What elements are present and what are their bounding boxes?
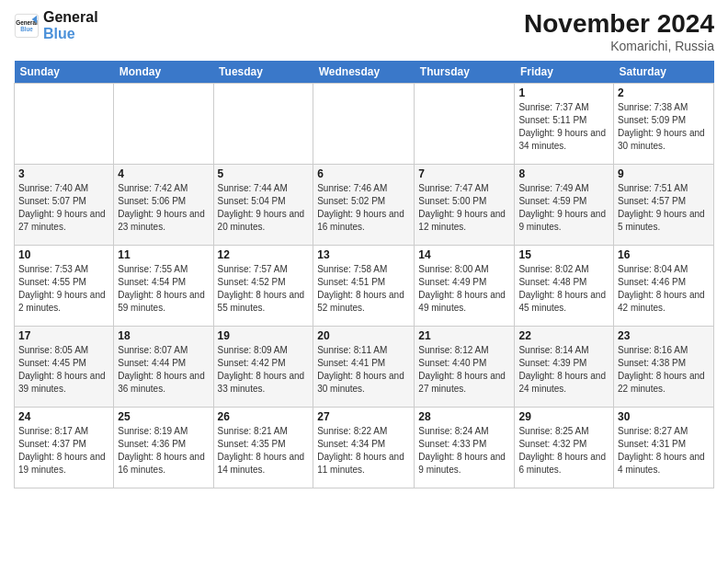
day-info: Sunrise: 7:44 AM Sunset: 5:04 PM Dayligh… xyxy=(218,182,310,234)
logo-icon: General Blue xyxy=(14,13,40,39)
calendar-cell: 24Sunrise: 8:17 AM Sunset: 4:37 PM Dayli… xyxy=(15,408,114,488)
day-number: 10 xyxy=(18,248,109,261)
day-number: 18 xyxy=(118,329,209,342)
title-block: November 2024 Komarichi, Russia xyxy=(524,9,714,53)
day-info: Sunrise: 8:24 AM Sunset: 4:33 PM Dayligh… xyxy=(418,425,510,477)
weekday-header-saturday: Saturday xyxy=(614,61,714,84)
day-number: 14 xyxy=(418,248,510,261)
calendar-cell: 3Sunrise: 7:40 AM Sunset: 5:07 PM Daylig… xyxy=(15,165,114,246)
calendar-cell: 5Sunrise: 7:44 AM Sunset: 5:04 PM Daylig… xyxy=(213,165,313,246)
calendar-cell: 26Sunrise: 8:21 AM Sunset: 4:35 PM Dayli… xyxy=(213,408,313,488)
day-number: 11 xyxy=(118,248,209,261)
weekday-header-thursday: Thursday xyxy=(415,61,515,84)
day-info: Sunrise: 8:21 AM Sunset: 4:35 PM Dayligh… xyxy=(218,425,310,477)
day-info: Sunrise: 7:55 AM Sunset: 4:54 PM Dayligh… xyxy=(118,263,209,315)
day-info: Sunrise: 7:57 AM Sunset: 4:52 PM Dayligh… xyxy=(218,263,310,315)
calendar-week-2: 3Sunrise: 7:40 AM Sunset: 5:07 PM Daylig… xyxy=(15,165,714,246)
location: Komarichi, Russia xyxy=(524,39,714,53)
calendar-cell xyxy=(213,84,313,165)
day-info: Sunrise: 7:37 AM Sunset: 5:11 PM Dayligh… xyxy=(518,101,609,153)
calendar-cell: 19Sunrise: 8:09 AM Sunset: 4:42 PM Dayli… xyxy=(213,327,313,408)
day-info: Sunrise: 8:11 AM Sunset: 4:41 PM Dayligh… xyxy=(317,344,410,396)
calendar-cell: 7Sunrise: 7:47 AM Sunset: 5:00 PM Daylig… xyxy=(415,165,515,246)
day-info: Sunrise: 8:19 AM Sunset: 4:36 PM Dayligh… xyxy=(118,425,209,477)
day-info: Sunrise: 8:09 AM Sunset: 4:42 PM Dayligh… xyxy=(218,344,310,396)
day-info: Sunrise: 7:53 AM Sunset: 4:55 PM Dayligh… xyxy=(18,263,109,315)
logo: General Blue General Blue xyxy=(14,9,98,41)
day-number: 3 xyxy=(18,167,109,180)
day-number: 22 xyxy=(518,329,609,342)
day-number: 19 xyxy=(218,329,310,342)
day-number: 7 xyxy=(418,167,510,180)
day-info: Sunrise: 8:14 AM Sunset: 4:39 PM Dayligh… xyxy=(518,344,609,396)
day-number: 4 xyxy=(118,167,209,180)
calendar-cell: 1Sunrise: 7:37 AM Sunset: 5:11 PM Daylig… xyxy=(515,84,614,165)
calendar-week-4: 17Sunrise: 8:05 AM Sunset: 4:45 PM Dayli… xyxy=(15,327,714,408)
day-number: 6 xyxy=(317,167,410,180)
day-number: 27 xyxy=(317,410,410,423)
weekday-header-wednesday: Wednesday xyxy=(313,61,415,84)
svg-text:Blue: Blue xyxy=(20,25,33,31)
day-number: 23 xyxy=(618,329,710,342)
weekday-header-monday: Monday xyxy=(114,61,213,84)
day-info: Sunrise: 8:25 AM Sunset: 4:32 PM Dayligh… xyxy=(518,425,609,477)
calendar-week-1: 1Sunrise: 7:37 AM Sunset: 5:11 PM Daylig… xyxy=(15,84,714,165)
header: General Blue General Blue November 2024 … xyxy=(14,9,714,53)
day-number: 5 xyxy=(218,167,310,180)
calendar-cell: 15Sunrise: 8:02 AM Sunset: 4:48 PM Dayli… xyxy=(515,246,614,327)
logo-text: General Blue xyxy=(43,9,98,41)
day-info: Sunrise: 8:27 AM Sunset: 4:31 PM Dayligh… xyxy=(618,425,710,477)
day-info: Sunrise: 7:38 AM Sunset: 5:09 PM Dayligh… xyxy=(618,101,710,153)
calendar-cell: 9Sunrise: 7:51 AM Sunset: 4:57 PM Daylig… xyxy=(614,165,714,246)
day-info: Sunrise: 7:49 AM Sunset: 4:59 PM Dayligh… xyxy=(518,182,609,234)
day-number: 21 xyxy=(418,329,510,342)
day-info: Sunrise: 8:16 AM Sunset: 4:38 PM Dayligh… xyxy=(618,344,710,396)
day-info: Sunrise: 8:05 AM Sunset: 4:45 PM Dayligh… xyxy=(18,344,109,396)
day-number: 28 xyxy=(418,410,510,423)
day-info: Sunrise: 7:46 AM Sunset: 5:02 PM Dayligh… xyxy=(317,182,410,234)
weekday-header-sunday: Sunday xyxy=(15,61,114,84)
calendar-cell: 27Sunrise: 8:22 AM Sunset: 4:34 PM Dayli… xyxy=(313,408,415,488)
day-info: Sunrise: 8:12 AM Sunset: 4:40 PM Dayligh… xyxy=(418,344,510,396)
day-number: 8 xyxy=(518,167,609,180)
weekday-header-tuesday: Tuesday xyxy=(213,61,313,84)
calendar-cell: 16Sunrise: 8:04 AM Sunset: 4:46 PM Dayli… xyxy=(614,246,714,327)
weekday-header-friday: Friday xyxy=(515,61,614,84)
calendar-cell: 6Sunrise: 7:46 AM Sunset: 5:02 PM Daylig… xyxy=(313,165,415,246)
calendar-week-5: 24Sunrise: 8:17 AM Sunset: 4:37 PM Dayli… xyxy=(15,408,714,488)
calendar-cell: 17Sunrise: 8:05 AM Sunset: 4:45 PM Dayli… xyxy=(15,327,114,408)
calendar-cell: 13Sunrise: 7:58 AM Sunset: 4:51 PM Dayli… xyxy=(313,246,415,327)
day-info: Sunrise: 8:04 AM Sunset: 4:46 PM Dayligh… xyxy=(618,263,710,315)
day-number: 9 xyxy=(618,167,710,180)
day-info: Sunrise: 8:02 AM Sunset: 4:48 PM Dayligh… xyxy=(518,263,609,315)
calendar-cell: 10Sunrise: 7:53 AM Sunset: 4:55 PM Dayli… xyxy=(15,246,114,327)
month-title: November 2024 xyxy=(524,9,714,39)
day-number: 17 xyxy=(18,329,109,342)
day-info: Sunrise: 7:40 AM Sunset: 5:07 PM Dayligh… xyxy=(18,182,109,234)
day-number: 13 xyxy=(317,248,410,261)
calendar-cell xyxy=(313,84,415,165)
calendar-cell: 18Sunrise: 8:07 AM Sunset: 4:44 PM Dayli… xyxy=(114,327,213,408)
day-number: 20 xyxy=(317,329,410,342)
day-number: 15 xyxy=(518,248,609,261)
calendar-cell xyxy=(415,84,515,165)
calendar-cell: 20Sunrise: 8:11 AM Sunset: 4:41 PM Dayli… xyxy=(313,327,415,408)
day-info: Sunrise: 7:58 AM Sunset: 4:51 PM Dayligh… xyxy=(317,263,410,315)
calendar-cell: 21Sunrise: 8:12 AM Sunset: 4:40 PM Dayli… xyxy=(415,327,515,408)
day-number: 24 xyxy=(18,410,109,423)
calendar: SundayMondayTuesdayWednesdayThursdayFrid… xyxy=(14,61,714,488)
day-number: 25 xyxy=(118,410,209,423)
day-info: Sunrise: 8:07 AM Sunset: 4:44 PM Dayligh… xyxy=(118,344,209,396)
day-number: 12 xyxy=(218,248,310,261)
calendar-cell: 30Sunrise: 8:27 AM Sunset: 4:31 PM Dayli… xyxy=(614,408,714,488)
day-info: Sunrise: 8:00 AM Sunset: 4:49 PM Dayligh… xyxy=(418,263,510,315)
calendar-cell xyxy=(114,84,213,165)
calendar-cell: 22Sunrise: 8:14 AM Sunset: 4:39 PM Dayli… xyxy=(515,327,614,408)
day-number: 26 xyxy=(218,410,310,423)
calendar-cell: 12Sunrise: 7:57 AM Sunset: 4:52 PM Dayli… xyxy=(213,246,313,327)
calendar-cell: 14Sunrise: 8:00 AM Sunset: 4:49 PM Dayli… xyxy=(415,246,515,327)
calendar-cell: 11Sunrise: 7:55 AM Sunset: 4:54 PM Dayli… xyxy=(114,246,213,327)
calendar-week-3: 10Sunrise: 7:53 AM Sunset: 4:55 PM Dayli… xyxy=(15,246,714,327)
day-info: Sunrise: 8:22 AM Sunset: 4:34 PM Dayligh… xyxy=(317,425,410,477)
calendar-cell: 8Sunrise: 7:49 AM Sunset: 4:59 PM Daylig… xyxy=(515,165,614,246)
